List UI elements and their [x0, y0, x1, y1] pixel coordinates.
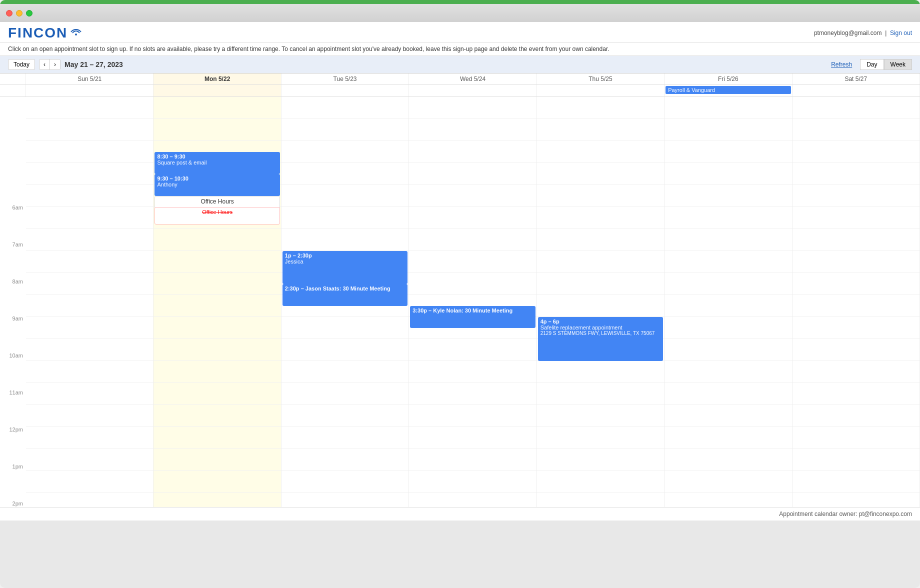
hour-row[interactable]: [26, 471, 153, 493]
hour-row[interactable]: [26, 229, 153, 251]
hour-row[interactable]: [409, 207, 536, 229]
hour-row[interactable]: [664, 207, 792, 229]
event-block-5[interactable]: 2:30p – Jason Staats: 30 Minute Meeting: [282, 284, 408, 306]
hour-row[interactable]: [409, 471, 536, 493]
hour-row[interactable]: [409, 185, 536, 207]
hour-row[interactable]: [26, 273, 153, 295]
allday-mon[interactable]: [154, 85, 281, 96]
hour-row[interactable]: [537, 97, 664, 119]
hour-row[interactable]: [537, 295, 664, 317]
hour-row[interactable]: [792, 141, 920, 163]
hour-row[interactable]: [664, 427, 792, 449]
allday-tue[interactable]: [282, 85, 409, 96]
hour-row[interactable]: [664, 97, 792, 119]
hour-row[interactable]: [664, 229, 792, 251]
hour-row[interactable]: [154, 383, 280, 405]
hour-row[interactable]: [282, 449, 408, 471]
hour-row[interactable]: [792, 449, 920, 471]
hour-row[interactable]: [282, 427, 408, 449]
hour-row[interactable]: [537, 493, 664, 507]
hour-row[interactable]: [26, 383, 153, 405]
hour-row[interactable]: [664, 361, 792, 383]
allday-wed[interactable]: [409, 85, 536, 96]
day-col-sun[interactable]: [26, 97, 154, 507]
hour-row[interactable]: [282, 163, 408, 185]
hour-row[interactable]: [26, 361, 153, 383]
payroll-vanguard-event[interactable]: Payroll & Vanguard: [666, 86, 790, 94]
hour-row[interactable]: [664, 471, 792, 493]
hour-row[interactable]: [409, 141, 536, 163]
hour-row[interactable]: [664, 383, 792, 405]
hour-row[interactable]: [26, 339, 153, 361]
hour-row[interactable]: [154, 295, 280, 317]
hour-row[interactable]: [409, 251, 536, 273]
hour-row[interactable]: [409, 163, 536, 185]
minimize-button[interactable]: [16, 10, 22, 16]
hour-row[interactable]: [792, 493, 920, 507]
hour-row[interactable]: [26, 207, 153, 229]
event-block-1[interactable]: 9:30 – 10:30Anthony: [154, 174, 280, 196]
hour-row[interactable]: [664, 141, 792, 163]
hour-row[interactable]: [26, 97, 153, 119]
hour-row[interactable]: [664, 251, 792, 273]
hour-row[interactable]: [26, 119, 153, 141]
hour-row[interactable]: [664, 119, 792, 141]
allday-sat[interactable]: [792, 85, 920, 96]
hour-row[interactable]: [664, 185, 792, 207]
hour-row[interactable]: [537, 449, 664, 471]
event-block-6[interactable]: 3:30p – Kyle Nolan: 30 Minute Meeting: [410, 306, 535, 328]
hour-row[interactable]: [409, 229, 536, 251]
hour-row[interactable]: [154, 493, 280, 507]
hour-row[interactable]: [537, 141, 664, 163]
hour-row[interactable]: [537, 383, 664, 405]
hour-row[interactable]: [792, 427, 920, 449]
hour-row[interactable]: [282, 229, 408, 251]
event-block-0[interactable]: 8:30 – 9:30Square post & email: [154, 152, 280, 174]
hour-row[interactable]: [282, 405, 408, 427]
hour-row[interactable]: [792, 361, 920, 383]
hour-row[interactable]: [537, 251, 664, 273]
hour-row[interactable]: [26, 251, 153, 273]
hour-row[interactable]: [154, 361, 280, 383]
hour-row[interactable]: [154, 97, 280, 119]
signout-link[interactable]: Sign out: [890, 30, 912, 36]
hour-row[interactable]: [154, 251, 280, 273]
hour-row[interactable]: [537, 427, 664, 449]
hour-row[interactable]: [26, 427, 153, 449]
hour-row[interactable]: [282, 361, 408, 383]
maximize-button[interactable]: [26, 10, 32, 16]
hour-row[interactable]: [537, 273, 664, 295]
hour-row[interactable]: [792, 383, 920, 405]
hour-row[interactable]: [664, 493, 792, 507]
hour-row[interactable]: [409, 427, 536, 449]
hour-row[interactable]: [664, 339, 792, 361]
hour-row[interactable]: [154, 471, 280, 493]
day-col-mon[interactable]: 8:30 – 9:30Square post & email9:30 – 10:…: [154, 97, 281, 507]
hour-row[interactable]: [537, 229, 664, 251]
hour-row[interactable]: [537, 163, 664, 185]
next-button[interactable]: ›: [50, 60, 60, 70]
event-block-3[interactable]: Office Hours: [154, 207, 280, 224]
hour-row[interactable]: [792, 251, 920, 273]
hour-row[interactable]: [282, 207, 408, 229]
hour-row[interactable]: [792, 229, 920, 251]
hour-row[interactable]: [154, 339, 280, 361]
hour-row[interactable]: [26, 449, 153, 471]
hour-row[interactable]: [792, 119, 920, 141]
hour-row[interactable]: [537, 119, 664, 141]
day-col-thu[interactable]: 4p – 6pSafelite replacement appointment2…: [537, 97, 664, 507]
hour-row[interactable]: [664, 295, 792, 317]
hour-row[interactable]: [26, 493, 153, 507]
day-col-fri[interactable]: [664, 97, 792, 507]
hour-row[interactable]: [282, 185, 408, 207]
hour-row[interactable]: [792, 405, 920, 427]
hour-row[interactable]: [26, 163, 153, 185]
hour-row[interactable]: [792, 339, 920, 361]
allday-sun[interactable]: [26, 85, 154, 96]
hour-row[interactable]: [537, 185, 664, 207]
hour-row[interactable]: [409, 273, 536, 295]
hour-row[interactable]: [26, 141, 153, 163]
refresh-link[interactable]: Refresh: [831, 61, 852, 68]
hour-row[interactable]: [282, 339, 408, 361]
allday-thu[interactable]: [537, 85, 664, 96]
